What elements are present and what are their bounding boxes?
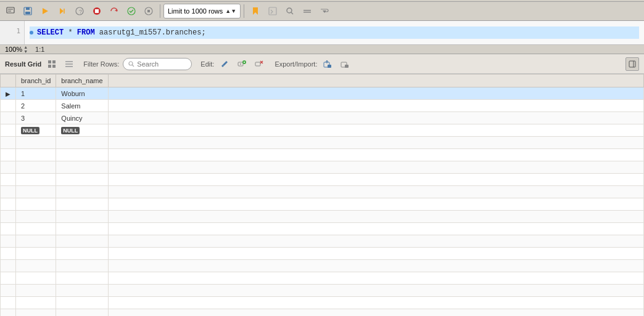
zoom-control[interactable]: 100% ▲ ▼ bbox=[5, 45, 28, 54]
separator2 bbox=[244, 4, 244, 18]
svg-rect-27 bbox=[65, 66, 73, 67]
refresh-btn[interactable] bbox=[106, 3, 122, 19]
table-row[interactable]: 3 Quincy bbox=[1, 112, 644, 124]
cell-branch-id-2[interactable]: 2 bbox=[16, 100, 56, 112]
empty-row bbox=[1, 174, 644, 186]
row-indicator-null bbox=[1, 124, 16, 137]
svg-rect-19 bbox=[303, 12, 311, 13]
toggle-result-btn[interactable] bbox=[299, 3, 315, 19]
row-indicator-1: ▶ bbox=[1, 87, 16, 100]
svg-marker-14 bbox=[253, 7, 258, 15]
cell-branch-id-3[interactable]: 3 bbox=[16, 112, 56, 124]
wrap-btn[interactable] bbox=[316, 3, 332, 19]
cell-branch-name-null[interactable]: NULL bbox=[56, 124, 108, 137]
svg-rect-23 bbox=[48, 65, 51, 68]
svg-point-16 bbox=[287, 8, 292, 13]
editor-content[interactable]: SELECT * FROM aasrutg1_mi557.branches; bbox=[25, 21, 644, 44]
svg-rect-22 bbox=[52, 60, 56, 63]
column-header-branch-id[interactable]: branch_id bbox=[16, 75, 56, 87]
export-label: Export/Import: bbox=[275, 60, 317, 68]
find-btn[interactable] bbox=[282, 3, 298, 19]
main-toolbar: ? Limit to 1000 rows ▲▼ bbox=[0, 2, 644, 21]
cell-branch-name-1[interactable]: Woburn bbox=[56, 87, 108, 100]
svg-rect-40 bbox=[328, 65, 331, 68]
line-numbers: 1 bbox=[0, 21, 25, 44]
cell-branch-name-2[interactable]: Salem bbox=[56, 100, 108, 112]
sidebar-toggle-btn[interactable] bbox=[625, 57, 639, 71]
sql-keyword-from: FROM bbox=[77, 28, 95, 37]
commit-btn[interactable] bbox=[123, 3, 139, 19]
sidebar-icon bbox=[629, 60, 636, 68]
svg-point-28 bbox=[129, 62, 133, 65]
sql-keyword-select: SELECT bbox=[37, 28, 64, 37]
cell-empty-null bbox=[108, 124, 643, 137]
svg-rect-24 bbox=[52, 65, 56, 68]
data-table: branch_id branch_name ▶ 1 Woburn 2 bbox=[0, 74, 644, 316]
zoom-up-icon[interactable]: ▲ bbox=[23, 45, 28, 49]
stop-btn[interactable] bbox=[89, 3, 105, 19]
save-btn[interactable] bbox=[20, 3, 36, 19]
filter-label: Filter Rows: bbox=[83, 60, 119, 68]
table-row[interactable]: 2 Salem bbox=[1, 100, 644, 112]
zoom-arrows[interactable]: ▲ ▼ bbox=[23, 45, 28, 54]
form-view-btn[interactable] bbox=[62, 57, 76, 71]
search-icon bbox=[128, 61, 134, 67]
limit-label: Limit to 1000 rows bbox=[168, 7, 223, 15]
svg-text:?: ? bbox=[79, 9, 82, 15]
empty-row bbox=[1, 285, 644, 297]
search-box[interactable] bbox=[123, 58, 192, 70]
table-header-row: branch_id branch_name bbox=[1, 75, 644, 87]
new-tab-btn[interactable] bbox=[2, 3, 19, 19]
cell-empty-3 bbox=[108, 112, 643, 124]
empty-row bbox=[1, 297, 644, 309]
line-num-1: 1 bbox=[0, 26, 24, 37]
table-row-null[interactable]: NULL NULL bbox=[1, 124, 644, 137]
column-header-empty bbox=[108, 75, 643, 87]
svg-rect-36 bbox=[255, 62, 260, 66]
svg-marker-5 bbox=[60, 8, 64, 14]
null-badge-id: NULL bbox=[21, 127, 39, 134]
grid-view-btn[interactable] bbox=[45, 57, 59, 71]
explain-btn[interactable]: ? bbox=[72, 3, 88, 19]
delete-row-btn[interactable] bbox=[252, 57, 266, 71]
empty-row bbox=[1, 137, 644, 149]
svg-line-29 bbox=[133, 65, 134, 67]
edit-row-btn[interactable] bbox=[218, 57, 231, 71]
row-indicator-header bbox=[1, 75, 16, 87]
svg-marker-11 bbox=[115, 9, 117, 12]
import-btn[interactable] bbox=[338, 57, 352, 71]
null-badge-name: NULL bbox=[61, 127, 80, 134]
cell-branch-id-null[interactable]: NULL bbox=[16, 124, 56, 137]
svg-rect-18 bbox=[303, 10, 311, 11]
sql-table-name: aasrutg1_mi557.branches; bbox=[99, 28, 206, 37]
data-table-wrapper[interactable]: branch_id branch_name ▶ 1 Woburn 2 bbox=[0, 74, 644, 316]
search-input[interactable] bbox=[137, 60, 186, 68]
execute-selection-btn[interactable] bbox=[54, 3, 70, 19]
export-btn[interactable] bbox=[321, 57, 334, 71]
rollback-btn[interactable] bbox=[141, 3, 157, 19]
empty-row bbox=[1, 260, 644, 272]
empty-row bbox=[1, 272, 644, 285]
svg-rect-2 bbox=[26, 7, 30, 10]
results-section: Result Grid Filter Rows: Edit: Expo bbox=[0, 54, 644, 316]
column-header-branch-name[interactable]: branch_name bbox=[56, 75, 108, 87]
separator1 bbox=[160, 4, 160, 18]
table-row[interactable]: ▶ 1 Woburn bbox=[1, 87, 644, 100]
svg-marker-4 bbox=[43, 8, 48, 14]
sql-code: SELECT * FROM aasrutg1_mi557.branches; bbox=[37, 27, 206, 38]
cursor-position: 1:1 bbox=[35, 46, 44, 53]
execute-btn[interactable] bbox=[37, 3, 53, 19]
empty-row bbox=[1, 186, 644, 198]
row-indicator-2 bbox=[1, 100, 16, 112]
limit-dropdown-icon: ▲▼ bbox=[225, 8, 236, 14]
limit-select[interactable]: Limit to 1000 rows ▲▼ bbox=[163, 4, 241, 18]
add-row-btn[interactable] bbox=[235, 57, 249, 71]
cell-branch-id-1[interactable]: 1 bbox=[16, 87, 56, 100]
cell-branch-name-3[interactable]: Quincy bbox=[56, 112, 108, 124]
empty-row bbox=[1, 149, 644, 161]
zoom-down-icon[interactable]: ▼ bbox=[23, 49, 28, 54]
snippet-btn[interactable] bbox=[265, 3, 281, 19]
empty-row bbox=[1, 161, 644, 174]
empty-row bbox=[1, 235, 644, 248]
bookmark-btn[interactable] bbox=[247, 3, 263, 19]
